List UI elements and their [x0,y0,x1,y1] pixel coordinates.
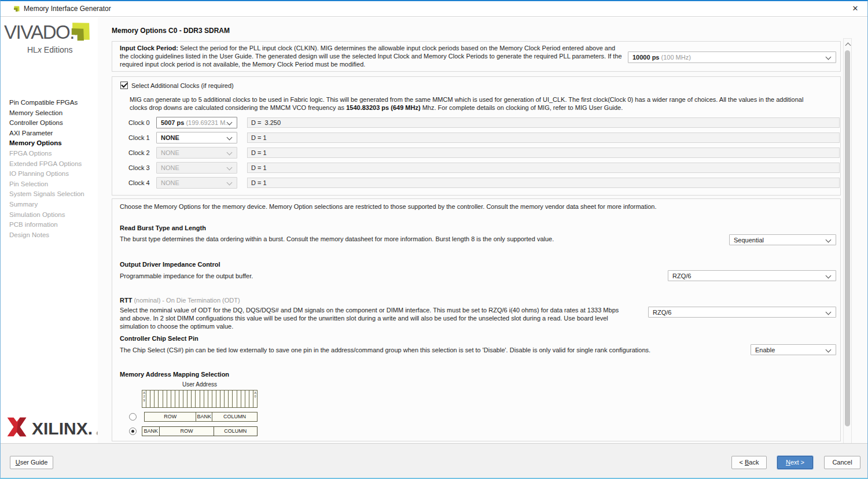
select-value: Sequential [734,237,764,244]
mapping-radio-0[interactable] [129,413,137,421]
address-bit-cell [233,390,237,407]
sidebar-item-extended-fpga-options: Extended FPGA Options [9,159,97,170]
mapping-radio-1[interactable] [129,428,137,435]
sidebar-item-pcb-information: PCB information [9,220,97,230]
check-icon [121,81,127,87]
sidebar-nav: Pin Compatible FPGAsMemory SelectionCont… [9,98,97,240]
address-bit-cell [208,390,212,407]
address-bit-cell [171,390,175,407]
main-content: Memory Options C0 - DDR3 SDRAM Input Clo… [98,17,867,443]
input-clock-period-text: Input Clock Period: Select the period fo… [120,45,624,69]
sidebar-item-memory-options[interactable]: Memory Options [9,138,97,149]
clock-0-select[interactable]: 5007 ps (199.69231 M... [156,117,237,128]
memory-options-group: Choose the Memory Options for the memory… [112,198,841,441]
address-bit-cell [159,390,163,407]
user-address-label: User Address [142,381,258,388]
mapping-segment-row: ROW [160,426,214,436]
xilinx-logo: XILINX. ® [5,415,98,442]
scroll-up-icon[interactable] [845,43,851,49]
address-bit-cell: A 0 [253,390,257,407]
additional-clocks-checkbox[interactable] [120,82,128,89]
chevron-down-icon [227,180,233,186]
mapping-segment-bank: BANK [142,426,160,436]
clock-divider-value: D = 1 [247,148,840,158]
clock-label: Clock 2 [128,149,150,156]
chip-select-heading: Controller Chip Select Pin [120,335,198,342]
title-bar: Memory Interface Generator ✕ [1,1,867,17]
next-button[interactable]: Next > [777,456,813,469]
output-driver-heading: Output Driver Impedance Control [120,261,220,268]
input-clock-period-select[interactable]: 10000 ps (100 MHz) [628,51,836,63]
chevron-down-icon [227,135,233,141]
mapping-segment-bank: BANK [196,412,212,422]
address-bit-cell [163,390,167,407]
additional-clocks-group: Select Additional Clocks (if required) M… [112,76,841,196]
sidebar-item-pin-compatible-fpgas[interactable]: Pin Compatible FPGAs [9,98,97,108]
cancel-button[interactable]: Cancel [824,456,860,469]
chip-select-select[interactable]: Enable [751,344,836,355]
user-guide-button[interactable]: User Guide [10,456,53,469]
vivado-subtitle: HLx Editions [27,45,73,54]
xilinx-wordmark: XILINX. [32,419,93,439]
select-value: NONE [161,134,179,141]
page-title: Memory Options C0 - DDR3 SDRAM [112,27,230,35]
select-value: RZQ/6 [653,309,671,316]
address-bit-cell [216,390,220,407]
address-bit-cell [183,390,187,407]
chevron-down-icon [826,309,832,315]
chevron-down-icon [826,347,832,353]
sidebar-item-summary: Summary [9,200,97,210]
address-bit-cell [187,390,192,407]
sidebar-item-system-signals-selection: System Signals Selection [9,189,97,200]
address-bit-cell [229,390,233,407]
address-bit-cell [146,390,150,407]
additional-clocks-description: MIG can generate up to 5 additional cloc… [130,96,819,112]
sidebar-item-pin-selection: Pin Selection [9,179,97,190]
address-bit-cell [155,390,159,407]
select-value: RZQ/6 [672,272,691,279]
close-icon: ✕ [852,4,859,13]
select-value: NONE [161,164,179,171]
rtt-heading: RTT (nominal) - On Die Termination (ODT) [120,297,240,304]
sidebar-item-design-notes: Design Notes [9,230,97,241]
user-address-register: A 2 9A 0 [142,390,258,408]
read-burst-select[interactable]: Sequential [729,234,836,245]
read-burst-description: The burst type determines the data order… [120,235,722,242]
address-bit-cell [241,390,245,407]
clock-label: Clock 4 [128,179,150,186]
select-value-suffix: (199.69231 M... [184,119,230,126]
address-bit-cell [150,390,155,407]
clock-divider-value: D = 1 [247,163,840,173]
memory-options-intro: Choose the Memory Options for the memory… [120,203,832,210]
select-value: 5007 ps [161,119,184,126]
app-icon [13,5,21,13]
sidebar-item-io-planning-options: IO Planning Options [9,169,97,179]
scrollbar-thumb[interactable] [845,50,850,426]
address-bit-cell [237,390,241,407]
clock-row: Clock 4NONED = 1 [112,177,840,190]
mapping-option-1: BANKROWCOLUMN [142,426,258,436]
rtt-select[interactable]: RZQ/6 [648,307,836,318]
sidebar-item-memory-selection[interactable]: Memory Selection [9,108,97,119]
clock-row: Clock 3NONED = 1 [112,162,840,175]
content-scrollbar[interactable] [843,38,852,456]
vivado-swoosh-icon [62,13,100,50]
output-driver-select[interactable]: RZQ/6 [668,270,836,281]
address-bit-cell [167,390,171,407]
back-button[interactable]: < Back [731,456,767,469]
clock-4-select: NONE [156,177,237,189]
mapping-segment-column: COLUMN [214,426,258,436]
close-button[interactable]: ✕ [848,2,863,15]
vivado-logo: VIVADO.® HLx Editions [4,22,95,74]
output-driver-description: Programmable impedance for the output bu… [120,272,658,279]
clock-row: Clock 05007 ps (199.69231 M...D = 3.250 [112,117,840,130]
input-clock-period-group: Input Clock Period: Select the period fo… [112,41,841,72]
select-value-suffix: (100 MHz) [659,54,690,61]
read-burst-heading: Read Burst Type and Length [120,224,206,231]
address-bit-cell [212,390,216,407]
sidebar-item-axi-parameter[interactable]: AXI Parameter [9,128,97,139]
clock-1-select[interactable]: NONE [156,132,237,143]
clock-2-select: NONE [156,147,237,159]
select-value: Enable [755,347,775,353]
sidebar-item-controller-options[interactable]: Controller Options [9,118,97,128]
